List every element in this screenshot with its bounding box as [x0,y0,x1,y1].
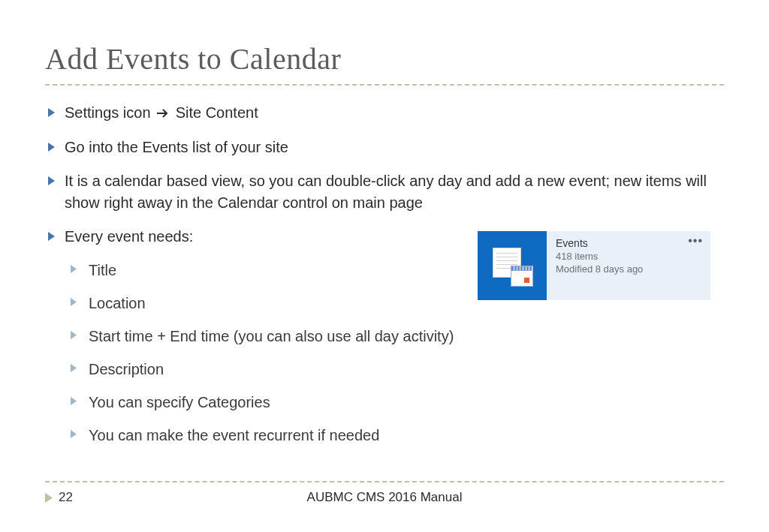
sub-bullet-item: You can make the event recurrent if need… [71,425,724,446]
calendar-tile-icon [478,231,547,300]
sub-bullet-text: You can make the event recurrent if need… [89,425,379,446]
svg-marker-9 [71,397,77,405]
chevron-right-icon [45,108,57,117]
bullet-item: It is a calendar based view, so you can … [45,170,724,214]
chevron-right-icon [71,298,81,306]
footer-divider [45,481,724,482]
tile-title: Events [556,237,703,249]
chevron-right-icon [71,265,81,273]
svg-marker-8 [71,364,77,372]
chevron-right-icon [71,364,81,372]
bullet-item: Settings icon Site Content [45,102,724,125]
arrow-right-icon [156,103,170,125]
chevron-right-icon [45,493,53,503]
svg-marker-3 [48,176,55,185]
sub-bullet-text: You can specify Categories [89,392,270,413]
svg-marker-2 [48,143,55,152]
events-tile[interactable]: Events 418 items Modified 8 days ago ••• [478,231,710,300]
sub-bullet-item: Start time + End time (you can also use … [71,326,724,347]
sub-bullet-text: Title [89,260,116,281]
bullet-text: Settings icon Site Content [65,102,724,125]
bullet-text-pre: Settings icon [65,104,155,121]
sub-bullet-item: You can specify Categories [71,392,724,413]
ellipsis-icon[interactable]: ••• [688,234,703,248]
tile-modified: Modified 8 days ago [556,263,703,275]
sub-bullet-text: Location [89,293,146,314]
svg-marker-7 [71,331,77,339]
tile-item-count: 418 items [556,251,703,262]
slide-title: Add Events to Calendar [45,41,724,77]
chevron-right-icon [71,430,81,438]
chevron-right-icon [45,176,57,185]
sub-bullet-text: Start time + End time (you can also use … [89,326,454,347]
bullet-text-post: Site Content [176,104,258,121]
svg-marker-10 [71,430,77,438]
page-number: 22 [59,490,73,505]
svg-marker-4 [48,232,55,241]
svg-marker-0 [48,108,55,117]
bullet-item: Go into the Events list of your site [45,137,724,158]
sub-bullet-text: Description [89,359,164,380]
chevron-right-icon [71,331,81,339]
tile-body: Events 418 items Modified 8 days ago ••• [547,231,710,300]
bullet-text: Go into the Events list of your site [65,137,724,158]
svg-marker-5 [71,265,77,273]
footer-title: AUBMC CMS 2016 Manual [307,490,463,505]
svg-marker-6 [71,298,77,306]
main-bullet-list: Settings icon Site Content Go into the E… [45,102,724,248]
chevron-right-icon [45,143,57,152]
title-divider [45,84,724,86]
svg-marker-11 [45,493,53,503]
chevron-right-icon [71,397,81,405]
bullet-text: It is a calendar based view, so you can … [65,170,724,214]
sub-bullet-item: Description [71,359,724,380]
chevron-right-icon [45,232,57,241]
slide-footer: 22 AUBMC CMS 2016 Manual [0,481,769,505]
